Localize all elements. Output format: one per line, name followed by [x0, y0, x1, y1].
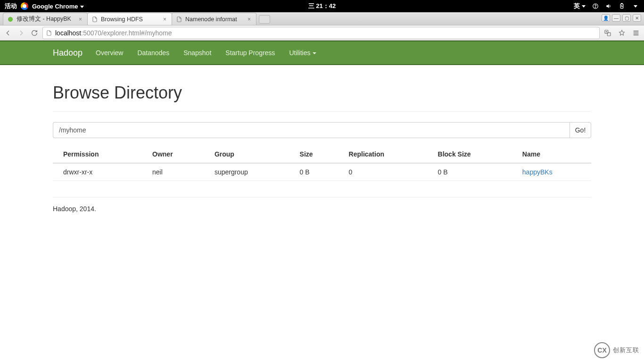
- nav-reload-button[interactable]: [29, 28, 40, 38]
- col-replication: Replication: [339, 146, 428, 163]
- volume-icon[interactable]: [605, 3, 612, 9]
- cell-permission: drwxr-xr-x: [53, 163, 142, 181]
- chevron-down-icon: [313, 52, 316, 54]
- brand[interactable]: Hadoop: [53, 48, 83, 58]
- svg-rect-3: [621, 3, 622, 4]
- url-text: localhost:50070/explorer.html#/myhome: [55, 29, 596, 37]
- chevron-down-icon: [80, 6, 84, 8]
- page-icon: [46, 30, 52, 36]
- table-row: drwxr-xr-x neil supergroup 0 B 0 0 B hap…: [53, 163, 591, 181]
- window-minimize-button[interactable]: —: [612, 14, 620, 22]
- window-close-button[interactable]: ✕: [633, 14, 641, 22]
- tab-close-icon[interactable]: ×: [79, 17, 83, 22]
- divider: [53, 111, 591, 112]
- browser-tabstrip: 修改博文 - HappyBK × Browsing HDFS × Namenod…: [0, 12, 644, 25]
- page-favicon-icon: [91, 16, 98, 23]
- page-title: Browse Directory: [53, 83, 591, 103]
- bookmark-icon[interactable]: [617, 28, 627, 38]
- cell-owner: neil: [142, 163, 204, 181]
- nav-forward-button[interactable]: [16, 28, 26, 38]
- nav-startup-progress[interactable]: Startup Progress: [225, 49, 275, 57]
- cell-name: happyBKs: [512, 163, 591, 181]
- chrome-app-icon: [21, 2, 28, 10]
- clock[interactable]: 三 21：42: [308, 2, 336, 10]
- cell-replication: 0: [339, 163, 428, 181]
- nav-snapshot[interactable]: Snapshot: [183, 49, 211, 57]
- browser-tab-active[interactable]: Browsing HDFS ×: [87, 13, 172, 25]
- browser-toolbar: localhost:50070/explorer.html#/myhome: [0, 25, 644, 41]
- watermark: CX 创新互联: [594, 342, 639, 358]
- entry-link[interactable]: happyBKs: [522, 168, 553, 176]
- col-block-size: Block Size: [428, 146, 512, 163]
- go-button[interactable]: Go!: [570, 122, 591, 138]
- chevron-down-icon: [582, 5, 586, 8]
- divider: [53, 197, 591, 197]
- col-name: Name: [512, 146, 591, 163]
- activities-label[interactable]: 活动: [5, 2, 17, 10]
- nav-back-button[interactable]: [3, 28, 13, 38]
- battery-icon[interactable]: [619, 3, 625, 9]
- nav-overview[interactable]: Overview: [96, 49, 123, 57]
- help-icon[interactable]: [592, 3, 599, 9]
- favicon-icon: [7, 16, 14, 23]
- page-favicon-icon: [176, 16, 182, 23]
- chrome-menu-icon[interactable]: [631, 28, 641, 38]
- col-owner: Owner: [142, 146, 204, 163]
- browser-tab[interactable]: Namenode informat ×: [172, 13, 256, 25]
- profile-button[interactable]: 👤: [602, 14, 610, 22]
- cell-size: 0 B: [289, 163, 339, 181]
- page-content: Browse Directory Go! Permission Owner Gr…: [0, 83, 644, 222]
- tab-close-icon[interactable]: ×: [248, 17, 252, 22]
- nav-datanodes[interactable]: Datanodes: [137, 49, 169, 57]
- col-permission: Permission: [53, 146, 142, 163]
- directory-table: Permission Owner Group Size Replication …: [53, 146, 591, 181]
- browser-tab[interactable]: 修改博文 - HappyBK ×: [3, 13, 88, 25]
- tab-title: Browsing HDFS: [101, 16, 160, 23]
- system-menu-chevron-icon[interactable]: [634, 5, 637, 8]
- path-input-group: Go!: [53, 122, 591, 138]
- watermark-logo: CX: [594, 342, 610, 358]
- ime-indicator[interactable]: 英: [574, 2, 586, 10]
- watermark-text: 创新互联: [613, 346, 639, 354]
- cell-group: supergroup: [204, 163, 289, 181]
- active-app-label[interactable]: Google Chrome: [32, 3, 84, 10]
- svg-point-1: [595, 7, 595, 8]
- cell-block-size: 0 B: [428, 163, 512, 181]
- nav-utilities[interactable]: Utilities: [289, 49, 316, 57]
- tab-title: 修改博文 - HappyBK: [17, 15, 76, 23]
- tab-close-icon[interactable]: ×: [163, 17, 168, 22]
- app-navbar: Hadoop Overview Datanodes Snapshot Start…: [0, 41, 644, 65]
- path-input[interactable]: [53, 122, 570, 138]
- table-header-row: Permission Owner Group Size Replication …: [53, 146, 591, 163]
- os-top-bar: 活动 Google Chrome 三 21：42 英: [0, 0, 644, 12]
- footer-text: Hadoop, 2014.: [53, 205, 591, 222]
- col-group: Group: [204, 146, 289, 163]
- address-bar[interactable]: localhost:50070/explorer.html#/myhome: [42, 27, 600, 39]
- tab-title: Namenode informat: [185, 16, 245, 23]
- new-tab-button[interactable]: [259, 15, 270, 24]
- window-maximize-button[interactable]: ▢: [622, 14, 631, 22]
- col-size: Size: [289, 146, 339, 163]
- translate-icon[interactable]: [603, 28, 613, 38]
